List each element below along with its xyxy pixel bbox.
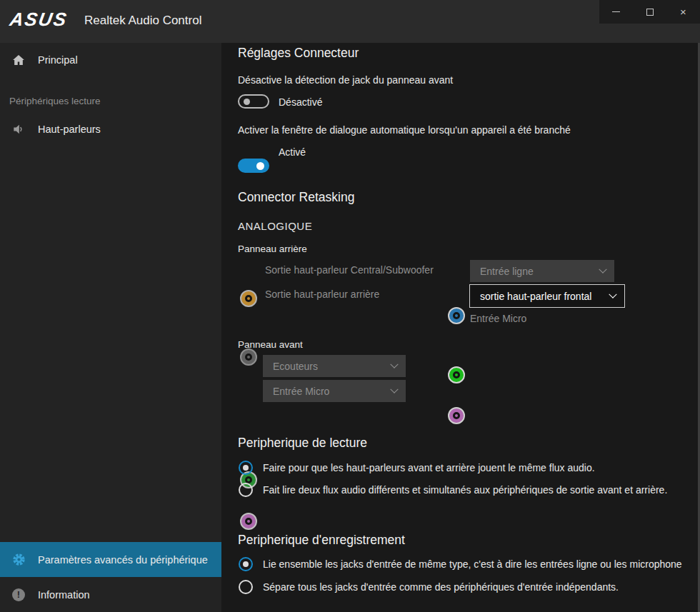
chevron-down-icon [390,385,398,393]
sidebar-item-advanced-settings[interactable]: Paramètres avancés du périphérique [0,542,221,577]
sidebar-item-label: Principal [38,54,78,66]
popup-dialog-label: Activer la fenêtre de dialogue automatiq… [238,124,571,136]
section-title-connector-settings: Réglages Connecteur [238,46,359,61]
maximize-button[interactable] [633,0,666,24]
front-mic-dropdown[interactable]: Entrée Micro [263,380,406,402]
app-title: Realtek Audio Control [84,14,201,28]
sidebar-section-playback-devices: Périphériques lecture [9,96,101,106]
front-speaker-out-dropdown[interactable]: sortie haut-parleur frontal [469,284,625,308]
info-icon: ! [11,587,26,603]
playback-option-same-stream[interactable]: Faire pour que les haut-parleurs avant e… [239,461,595,475]
line-in-dropdown[interactable]: Entrée ligne [470,260,614,282]
option-label: Lie ensemble les jacks d'entrée de même … [263,558,682,570]
sidebar: Principal Périphériques lecture Haut-par… [0,43,221,612]
jack-detection-toggle[interactable] [238,94,269,109]
maximize-icon [646,9,654,16]
radio-selected[interactable] [239,557,253,571]
rear-panel-label: Panneau arrière [238,244,307,254]
jack-detection-state: Désactivé [279,96,322,108]
jack-center-subwoofer-icon [240,290,257,307]
radio-selected[interactable] [239,461,253,475]
front-panel-label: Panneau avant [238,339,303,350]
recording-option-tie-jacks[interactable]: Lie ensemble les jacks d'entrée de même … [239,557,700,571]
window-controls: × [599,0,700,24]
option-label: Faire pour que les haut-parleurs avant e… [263,462,595,473]
jack-detection-label: Désactive la détection de jack du pannea… [238,74,453,86]
popup-dialog-toggle[interactable] [238,159,269,173]
analog-group-label: ANALOGIQUE [238,220,312,232]
chevron-down-icon [390,360,398,368]
jack-line-in-icon [448,307,465,324]
mic-in-label: Entrée Micro [470,313,526,324]
jack-mic-in-icon [448,407,465,424]
realtek-audio-control-window: ASUS Realtek Audio Control × Principal P… [0,0,700,612]
chevron-down-icon [609,290,616,298]
jack-front-speaker-out-icon [448,366,465,383]
sidebar-bottom-group: Paramètres avancés du périphérique ! Inf… [0,542,221,612]
rear-left-label: Sortie haut-parleur arrière [265,289,379,300]
titlebar: ASUS Realtek Audio Control × [0,0,700,43]
gear-icon [11,552,26,568]
radio-unselected[interactable] [239,483,253,497]
speaker-icon [11,121,26,137]
chevron-down-icon [599,265,606,273]
toggle-knob [244,99,250,105]
close-icon: × [680,6,686,17]
headphone-dropdown[interactable]: Ecouteurs [263,355,406,377]
section-title-connector-retasking: Connector Retasking [238,190,354,205]
playback-option-two-streams[interactable]: Fait lire deux flux audio différents et … [239,483,667,497]
sidebar-item-label: Paramètres avancés du périphérique [38,554,208,566]
close-button[interactable]: × [666,0,700,24]
minimize-button[interactable] [599,0,633,24]
rear-left-label: Sortie haut-parleur Central/Subwoofer [265,264,434,276]
sidebar-item-principal[interactable]: Principal [0,43,221,77]
toggle-knob [256,162,264,170]
jack-rear-speaker-icon [240,348,257,366]
minimize-icon [612,11,620,12]
dropdown-value: Entrée ligne [480,266,593,277]
section-title-recording-device: Peripherique d'enregistrement [238,533,405,548]
sidebar-item-information[interactable]: ! Information [0,577,221,612]
sidebar-item-label: Information [38,589,90,601]
asus-logo: ASUS [8,9,69,31]
recording-option-separate-jacks[interactable]: Sépare tous les jacks d'entrée comme des… [239,580,619,594]
dropdown-value: Ecouteurs [273,361,384,372]
option-label: Sépare tous les jacks d'entrée comme des… [263,581,619,593]
sidebar-item-label: Haut-parleurs [38,124,101,135]
dropdown-value: sortie haut-parleur frontal [480,291,603,302]
radio-unselected[interactable] [239,580,253,594]
option-label: Fait lire deux flux audio différents et … [263,484,667,496]
section-title-playback-device: Peripherique de lecture [238,436,367,451]
home-icon [11,52,26,68]
popup-dialog-state: Activé [279,146,306,158]
dropdown-value: Entrée Micro [273,386,384,397]
sidebar-item-speakers[interactable]: Haut-parleurs [0,112,221,146]
jack-front-mic-icon [240,513,257,530]
